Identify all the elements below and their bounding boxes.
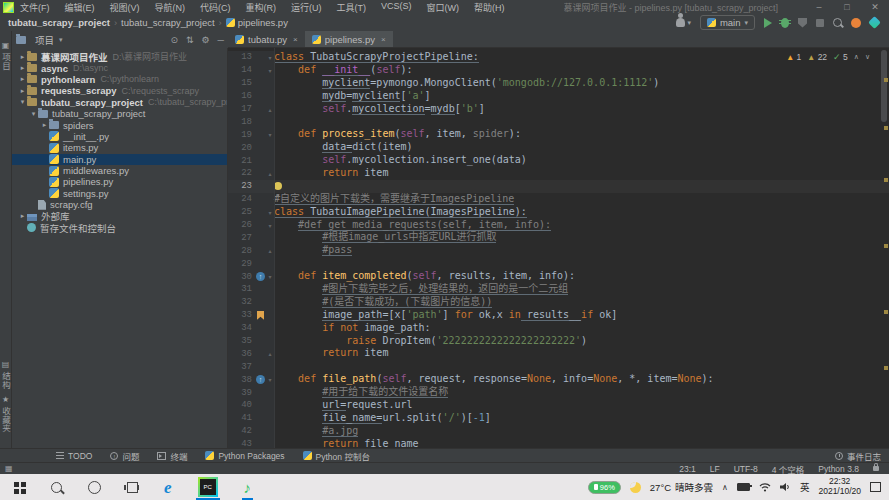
menu-item[interactable]: 重构(R) [245, 1, 278, 14]
toolwindow-button-python-packages[interactable]: Python Packages [205, 451, 284, 461]
code-line[interactable]: 31 #图片下载完毕之后，处理结果的，返回的是一个二元组 [228, 283, 889, 296]
minimize-button[interactable]: – [805, 2, 833, 12]
coverage-icon[interactable] [798, 18, 807, 28]
fold-icon[interactable]: ▴ [266, 170, 274, 177]
menu-item[interactable]: 窗口(W) [426, 1, 461, 14]
fold-icon[interactable]: ▴ [266, 247, 274, 254]
toolwindow-button-todo[interactable]: TODO [56, 451, 92, 461]
toolwindow-switcher-icon[interactable]: ▦ [5, 464, 13, 473]
clock[interactable]: 22:32 2021/10/20 [818, 477, 861, 497]
code-line[interactable]: 33 image_path=[x['path'] for ok,x in res… [228, 309, 889, 322]
code-line[interactable]: 15 myclient=pymongo.MongoClient('mongodb… [228, 77, 889, 90]
hide-icon[interactable]: ─ [218, 35, 224, 45]
menu-item[interactable]: 文件(F) [19, 1, 51, 14]
menu-item[interactable]: 工具(T) [336, 1, 368, 14]
code-line[interactable]: 35 raise DropItem('222222222222222222222… [228, 335, 889, 348]
editor-gutter[interactable]: 30↑▾ [228, 270, 274, 283]
stripe-button-结构[interactable]: ▤结构 [0, 360, 12, 389]
toolwindow-button-python-控制台[interactable]: Python 控制台 [303, 450, 370, 462]
inspections-widget[interactable]: ▲ 1 ▲ 22 ✓ 5 ∧ ∨ [783, 52, 873, 62]
editor-gutter[interactable]: 22▴ [228, 167, 274, 180]
tree-item[interactable]: pipelines.py [12, 176, 227, 187]
stripe-button-project[interactable]: ▣项目 [0, 41, 12, 70]
breadcrumb-item[interactable]: tubatu_scrapy_project [121, 17, 214, 28]
toolwindow-button-问题[interactable]: !问题 [110, 450, 139, 462]
notifications-icon[interactable] [851, 18, 861, 28]
code-line[interactable]: 22▴ return item [228, 167, 889, 180]
editor-gutter[interactable]: 29 [228, 257, 274, 270]
code-line[interactable]: 37 [228, 360, 889, 373]
editor-gutter[interactable]: 26▾ [228, 219, 274, 232]
editor-gutter[interactable]: 39 [228, 386, 274, 399]
caret-position[interactable]: 23:1 [679, 464, 696, 474]
tree-expand-arrow[interactable]: ▸ [18, 64, 27, 72]
editor-gutter[interactable]: 16 [228, 90, 274, 103]
weather-widget[interactable]: 27°C晴時多雲 [650, 480, 713, 494]
code-line[interactable]: 30↑▾ def item_completed(self, results, i… [228, 270, 889, 283]
tree-item[interactable]: main.py [12, 154, 227, 165]
editor-gutter[interactable]: 34 [228, 322, 274, 335]
event-log-button[interactable]: 事件日志 [835, 450, 881, 462]
run-configuration-select[interactable]: main ▾ [700, 15, 755, 30]
tree-item[interactable]: items.py [12, 142, 227, 153]
tree-expand-arrow[interactable]: ▸ [18, 87, 27, 95]
close-tab-icon[interactable]: × [293, 35, 298, 44]
lock-icon[interactable] [873, 466, 879, 471]
code-line[interactable]: 14▾ def __init__(self): [228, 64, 889, 77]
fold-icon[interactable]: ▴ [266, 350, 274, 357]
hidden-icons-button[interactable]: ∧ [722, 483, 728, 492]
run-icon[interactable] [764, 18, 772, 28]
close-tab-icon[interactable]: × [381, 35, 386, 44]
stop-icon[interactable] [816, 19, 824, 27]
fold-icon[interactable]: ▾ [266, 209, 274, 216]
pycharm-taskbar-button[interactable]: PC [198, 476, 218, 498]
tree-item[interactable]: __init__.py [12, 131, 227, 142]
editor-gutter[interactable]: 20 [228, 141, 274, 154]
editor-gutter[interactable]: 41 [228, 412, 274, 425]
stripe-button-收藏夹[interactable]: ★收藏夹 [0, 395, 12, 433]
tree-item[interactable]: ▸pythonlearnC:\pythonlearn [12, 74, 227, 85]
settings-icon[interactable]: ⚙ [202, 35, 210, 45]
fold-icon[interactable]: ▾ [266, 54, 274, 61]
music-app-button[interactable]: ♪ [244, 476, 252, 498]
code-line[interactable]: 41 file_name=url.split('/')[-1] [228, 412, 889, 425]
run-targets-button[interactable]: ▾ [676, 18, 691, 27]
collapse-all-icon[interactable]: ⇅ [186, 35, 194, 45]
code-line[interactable]: 20 data=dict(item) [228, 141, 889, 154]
code-line[interactable]: 23 [228, 180, 889, 193]
editor-gutter[interactable]: 35 [228, 335, 274, 348]
editor-gutter[interactable]: 19▾ [228, 128, 274, 141]
prev-problem-icon[interactable]: ∧ [854, 53, 859, 61]
file-encoding[interactable]: UTF-8 [734, 464, 758, 474]
battery-icon[interactable] [737, 483, 750, 491]
menu-item[interactable]: 帮助(H) [473, 1, 506, 14]
code-line[interactable]: 21 self.mycollection.insert_one(data) [228, 154, 889, 167]
override-icon[interactable]: ↑ [256, 272, 265, 281]
fold-icon[interactable]: ▾ [266, 273, 274, 280]
menu-item[interactable]: 视图(V) [109, 1, 141, 14]
menu-item[interactable]: 编辑(E) [64, 1, 96, 14]
search-icon[interactable] [833, 18, 842, 27]
code-line[interactable]: 17▴ self.mycollection=mydb['b'] [228, 103, 889, 116]
menu-item[interactable]: VCS(S) [380, 1, 413, 14]
editor-gutter[interactable]: 15 [228, 77, 274, 90]
tree-expand-arrow[interactable]: ▸ [18, 212, 27, 220]
tree-item[interactable]: middlewares.py [12, 165, 227, 176]
code-line[interactable]: 42 #a.jpg [228, 425, 889, 438]
code-line[interactable]: 25▾class TubatuImagePipeline(ImagesPipel… [228, 206, 889, 219]
editor-scrollbar[interactable] [879, 48, 889, 448]
code-line[interactable]: 18 [228, 115, 889, 128]
editor-gutter[interactable]: 18 [228, 115, 274, 128]
code-line[interactable]: 28▴ #pass [228, 244, 889, 257]
fold-icon[interactable]: ▾ [266, 376, 274, 383]
maximize-button[interactable]: □ [833, 2, 861, 12]
breadcrumb-item[interactable]: tubatu_scrapy_project [8, 17, 110, 28]
code-line[interactable]: 40 url=request.url [228, 399, 889, 412]
code-line[interactable]: 26▾ #def get_media_requests(self, item, … [228, 219, 889, 232]
language-indicator[interactable]: 英 [800, 480, 810, 494]
editor-gutter[interactable]: 25▾ [228, 206, 274, 219]
taskbar-search-button[interactable] [51, 476, 62, 498]
code-line[interactable]: 27 #根据image_urls中指定URL进行抓取 [228, 231, 889, 244]
tree-item[interactable]: ▾tubatu_scrapy_projectC:\tubatu_scrapy_p… [12, 97, 227, 108]
editor-gutter[interactable]: 17▴ [228, 103, 274, 116]
